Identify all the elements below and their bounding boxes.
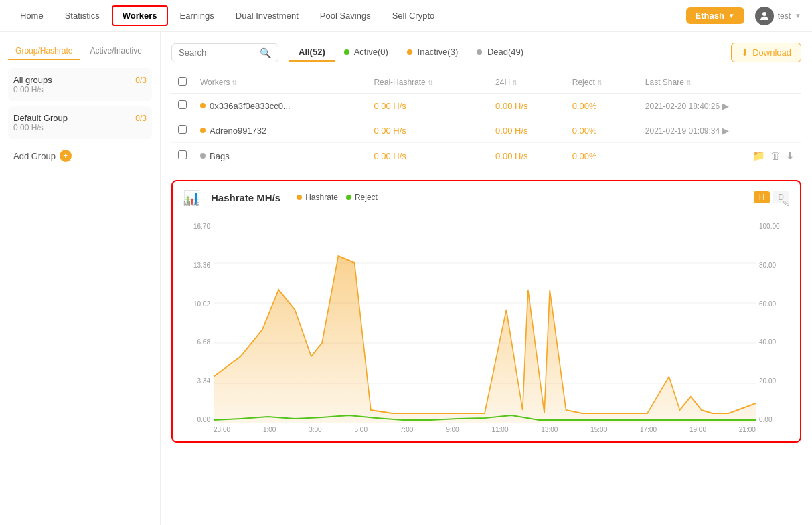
- search-box[interactable]: 🔍: [171, 43, 278, 62]
- worker-name-value[interactable]: 0x336a3f0e833cc0...: [210, 101, 291, 111]
- worker-name-value[interactable]: Adreno991732: [210, 126, 266, 136]
- worker-status-dot: [200, 103, 206, 108]
- chart-title: Hashrate MH/s: [211, 192, 280, 203]
- x-axis-tick: 21:00: [739, 426, 756, 433]
- real-hashrate-cell: 0.00 H/s: [367, 118, 489, 143]
- real-hashrate-cell: 0.00 H/s: [367, 143, 489, 169]
- col-workers: Workers: [200, 78, 230, 87]
- sort-icon-last-share[interactable]: ⇅: [686, 79, 692, 86]
- filter-bar: 🔍 All(52) Active(0) Inactive(3) Dead(49): [171, 43, 801, 62]
- x-axis-labels: 23:001:003:005:007:009:0011:0013:0015:00…: [214, 426, 756, 433]
- period-h-button[interactable]: H: [754, 191, 770, 203]
- sidebar-group-rate-all: 0.00 H/s: [13, 85, 147, 94]
- worker-name-cell: 0x336a3f0e833cc0...: [193, 94, 367, 118]
- y-axis-left: 16.70 13.36 10.02 6.68 3.34 0.00: [183, 223, 214, 423]
- col-real-hashrate: Real-Hashrate: [374, 78, 425, 87]
- worker-status-dot: [200, 128, 206, 133]
- x-axis-tick: 5:00: [355, 426, 368, 433]
- sidebar-group-ratio-default: 0/3: [135, 114, 147, 123]
- h24-value: 0.00 H/s: [495, 101, 527, 111]
- row-download-icon[interactable]: ⬇: [786, 150, 795, 162]
- chevron-down-icon: ▼: [728, 12, 735, 19]
- h24-cell: 0.00 H/s: [489, 143, 566, 169]
- workers-table: Workers ⇅ Real-Hashrate ⇅ 24H ⇅ Reject ⇅…: [171, 72, 801, 169]
- dead-dot: [477, 49, 482, 55]
- filter-tab-inactive[interactable]: Inactive(3): [398, 43, 467, 62]
- legend-hashrate-label: Hashrate: [305, 193, 338, 202]
- sort-icon-24h[interactable]: ⇅: [512, 79, 517, 86]
- add-group-button[interactable]: Add Group +: [8, 144, 152, 167]
- row-checkbox-0[interactable]: [178, 100, 187, 109]
- col-reject: Reject: [572, 78, 595, 87]
- row-detail-icon[interactable]: ▶: [722, 101, 729, 111]
- download-label: Download: [752, 47, 791, 58]
- username-label: test: [778, 11, 791, 21]
- user-menu[interactable]: test ▼: [747, 7, 801, 25]
- legend-reject: Reject: [346, 193, 378, 202]
- main-layout: Group/Hashrate Active/Inactive All group…: [0, 32, 812, 525]
- nav-earnings[interactable]: Earnings: [171, 7, 224, 25]
- sidebar-group-rate-default: 0.00 H/s: [13, 123, 147, 132]
- nav-home[interactable]: Home: [11, 7, 53, 25]
- filter-tab-dead[interactable]: Dead(49): [467, 43, 533, 62]
- avatar: [755, 7, 774, 25]
- table-row: Bags 0.00 H/s 0.00 H/s 0.00% 📁 🗑 ⬇: [171, 143, 801, 169]
- x-axis-tick: 13:00: [541, 426, 558, 433]
- worker-name-cell: Bags: [193, 143, 367, 169]
- chart-section: 📊 Hashrate MH/s Hashrate Reject H D: [171, 180, 801, 443]
- x-axis-tick: 3:00: [309, 426, 321, 433]
- worker-status-dot: [200, 153, 206, 159]
- download-button[interactable]: ⬇ Download: [731, 43, 801, 62]
- chart-svg-container: 23:001:003:005:007:009:0011:0013:0015:00…: [214, 223, 756, 433]
- nav-dual-investment[interactable]: Dual Investment: [226, 7, 308, 25]
- select-all-checkbox[interactable]: [178, 77, 187, 86]
- download-icon: ⬇: [741, 47, 748, 58]
- nav-pool-savings[interactable]: Pool Savings: [311, 7, 380, 25]
- h24-cell: 0.00 H/s: [489, 94, 566, 118]
- sidebar: Group/Hashrate Active/Inactive All group…: [0, 32, 161, 525]
- row-folder-icon[interactable]: 📁: [752, 150, 765, 162]
- sidebar-all-groups[interactable]: All groups 0/3 0.00 H/s: [8, 68, 152, 101]
- h24-value: 0.00 H/s: [495, 151, 527, 161]
- row-detail-icon[interactable]: ▶: [722, 126, 729, 136]
- sort-icon-workers[interactable]: ⇅: [232, 79, 237, 86]
- add-group-label: Add Group: [13, 151, 56, 161]
- chart-wrapper: MH/s % 16.70 13.36 10.02 6.68 3.34 0.00: [183, 211, 789, 433]
- filter-tab-active[interactable]: Active(0): [335, 43, 398, 62]
- real-hashrate-cell: 0.00 H/s: [367, 94, 489, 118]
- row-checkbox-2[interactable]: [178, 150, 187, 159]
- col-last-share: Last Share: [645, 78, 684, 87]
- real-hashrate-value: 0.00 H/s: [374, 151, 406, 161]
- col-24h: 24H: [495, 78, 510, 87]
- sidebar-default-group[interactable]: Default Group 0/3 0.00 H/s: [8, 106, 152, 139]
- real-hashrate-value: 0.00 H/s: [374, 126, 406, 136]
- sidebar-group-name-default: Default Group: [13, 113, 68, 123]
- search-input[interactable]: [179, 47, 256, 58]
- add-group-icon: +: [60, 150, 72, 162]
- chart-header: 📊 Hashrate MH/s Hashrate Reject H D: [183, 189, 789, 205]
- sort-icon-reject[interactable]: ⇅: [597, 79, 602, 86]
- nav-statistics[interactable]: Statistics: [56, 7, 109, 25]
- worker-name-value[interactable]: Bags: [210, 151, 230, 161]
- sort-icon-hashrate[interactable]: ⇅: [428, 79, 433, 86]
- table-row: Adreno991732 0.00 H/s 0.00 H/s 0.00% 202…: [171, 118, 801, 143]
- sidebar-group-name-all: All groups: [13, 75, 52, 85]
- row-checkbox-1[interactable]: [178, 125, 187, 134]
- user-chevron-icon: ▼: [795, 12, 801, 19]
- real-hashrate-value: 0.00 H/s: [374, 101, 406, 111]
- sidebar-tab-group-hashrate[interactable]: Group/Hashrate: [8, 43, 80, 60]
- active-dot: [344, 49, 349, 55]
- sidebar-tab-active-inactive[interactable]: Active/Inactive: [80, 43, 153, 60]
- y-right-label: %: [783, 200, 789, 207]
- h24-cell: 0.00 H/s: [489, 118, 566, 143]
- reject-value: 0.00%: [572, 101, 597, 111]
- nav-sell-crypto[interactable]: Sell Crypto: [383, 7, 444, 25]
- nav-workers[interactable]: Workers: [112, 5, 168, 26]
- filter-tab-active-label: Active(0): [354, 47, 388, 57]
- row-delete-icon[interactable]: 🗑: [770, 150, 781, 162]
- filter-tab-all[interactable]: All(52): [289, 43, 335, 62]
- filter-tab-inactive-label: Inactive(3): [418, 47, 459, 57]
- algo-selector[interactable]: Ethash ▼: [686, 7, 744, 24]
- x-axis-tick: 19:00: [689, 426, 706, 433]
- x-axis-tick: 1:00: [263, 426, 276, 433]
